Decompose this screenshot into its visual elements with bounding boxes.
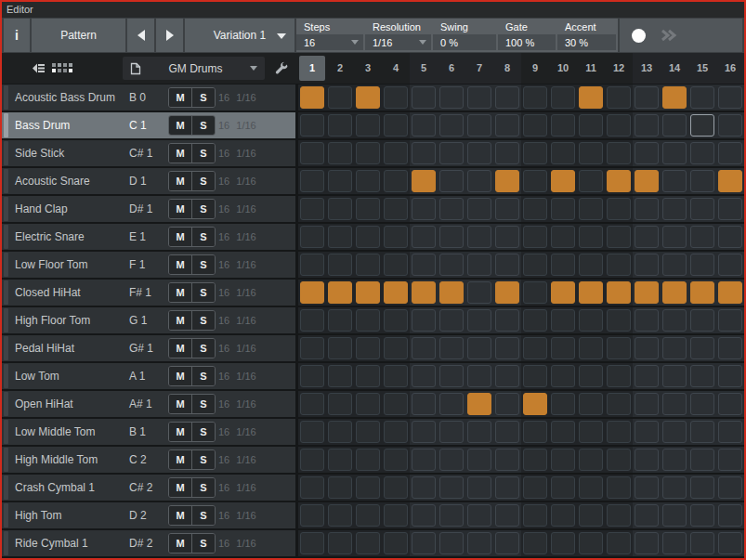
step-cell[interactable] — [300, 114, 324, 137]
step-cell[interactable] — [662, 170, 687, 192]
row-drag-handle[interactable] — [4, 336, 8, 360]
step-cell[interactable] — [495, 86, 519, 109]
step-cell[interactable] — [690, 114, 714, 137]
step-cell[interactable] — [635, 114, 659, 137]
step-cell[interactable] — [356, 449, 380, 471]
step-cell[interactable] — [718, 114, 742, 137]
step-cell[interactable] — [690, 421, 714, 443]
mute-button[interactable]: M — [169, 228, 192, 246]
step-cell[interactable] — [412, 309, 436, 332]
step-cell[interactable] — [495, 142, 519, 164]
mute-button[interactable]: M — [169, 506, 192, 525]
step-cell[interactable] — [579, 449, 603, 471]
step-cell[interactable] — [439, 226, 464, 248]
row-drag-handle[interactable] — [4, 169, 8, 193]
next-variation-button[interactable] — [156, 19, 183, 52]
step-cell[interactable] — [523, 309, 547, 332]
step-cell[interactable] — [300, 393, 324, 415]
drum-row-header[interactable]: Bass Drum C 1 M S 16 1/16 — [2, 112, 295, 138]
step-cell[interactable] — [579, 86, 603, 109]
step-cell[interactable] — [551, 309, 575, 332]
step-cell[interactable] — [579, 170, 603, 192]
step-cell[interactable] — [551, 170, 575, 192]
step-cell[interactable] — [384, 254, 408, 276]
drum-row-header[interactable]: Crash Cymbal 1 C# 2 M S 16 1/16 — [2, 475, 295, 501]
step-cell[interactable] — [412, 254, 436, 276]
step-cell[interactable] — [356, 86, 380, 109]
step-cell[interactable] — [662, 114, 687, 137]
step-cell[interactable] — [328, 532, 352, 554]
step-cell[interactable] — [579, 142, 603, 164]
step-cell[interactable] — [356, 393, 380, 415]
step-cell[interactable] — [439, 393, 464, 415]
row-resolution-value[interactable]: 1/16 — [228, 363, 265, 389]
step-cell[interactable] — [690, 393, 714, 415]
step-cell[interactable] — [356, 476, 380, 499]
step-cell[interactable] — [328, 421, 352, 443]
step-cell[interactable] — [551, 142, 575, 164]
step-cell[interactable] — [607, 337, 631, 359]
step-cell[interactable] — [439, 337, 464, 359]
row-resolution-value[interactable]: 1/16 — [228, 168, 265, 194]
step-cell[interactable] — [467, 114, 491, 137]
step-cell[interactable] — [551, 365, 575, 387]
step-cell[interactable] — [412, 114, 436, 137]
step-cell[interactable] — [439, 86, 464, 109]
mute-button[interactable]: M — [169, 478, 192, 497]
step-cell[interactable] — [635, 170, 659, 192]
step-cell[interactable] — [495, 393, 519, 415]
drum-row-header[interactable]: Acoustic Bass Drum B 0 M S 16 1/16 — [2, 85, 295, 111]
step-cell[interactable] — [328, 309, 352, 332]
drum-row-header[interactable]: Electric Snare E 1 M S 16 1/16 — [2, 224, 295, 250]
step-cell[interactable] — [356, 170, 380, 192]
step-cell[interactable] — [495, 114, 519, 137]
step-cell[interactable] — [328, 254, 352, 276]
row-drag-handle[interactable] — [4, 280, 8, 305]
step-cell[interactable] — [662, 365, 687, 387]
step-cell[interactable] — [662, 337, 687, 359]
step-cell[interactable] — [662, 421, 687, 443]
step-cell[interactable] — [384, 86, 408, 109]
step-cell[interactable] — [690, 170, 714, 192]
step-cell[interactable] — [467, 226, 491, 248]
step-cell[interactable] — [523, 281, 547, 304]
step-cell[interactable] — [551, 254, 575, 276]
step-cell[interactable] — [690, 86, 714, 109]
row-resolution-value[interactable]: 1/16 — [228, 419, 265, 445]
step-cell[interactable] — [579, 476, 603, 499]
step-cell[interactable] — [356, 532, 380, 554]
step-cell[interactable] — [662, 449, 687, 471]
step-cell[interactable] — [384, 504, 408, 527]
step-cell[interactable] — [523, 393, 547, 415]
drum-row-header[interactable]: Low Middle Tom B 1 M S 16 1/16 — [2, 419, 295, 445]
step-cell[interactable] — [607, 365, 631, 387]
step-cell[interactable] — [718, 198, 742, 220]
drum-row-header[interactable]: High Tom D 2 M S 16 1/16 — [2, 502, 295, 528]
step-cell[interactable] — [607, 226, 631, 248]
step-cell[interactable] — [635, 504, 659, 527]
step-cell[interactable] — [328, 226, 352, 248]
mute-button[interactable]: M — [169, 450, 192, 469]
step-cell[interactable] — [300, 421, 324, 443]
step-cell[interactable] — [300, 532, 324, 554]
step-cell[interactable] — [607, 504, 631, 527]
step-cell[interactable] — [300, 226, 324, 248]
note-layers-icon[interactable] — [32, 53, 46, 84]
step-cell[interactable] — [635, 226, 659, 248]
step-cell[interactable] — [690, 449, 714, 471]
mute-button[interactable]: M — [169, 395, 192, 413]
step-cell[interactable] — [662, 86, 687, 109]
step-cell[interactable] — [467, 281, 491, 304]
step-cell[interactable] — [718, 365, 742, 387]
step-cell[interactable] — [690, 309, 714, 332]
step-cell[interactable] — [607, 170, 631, 192]
step-cell[interactable] — [412, 142, 436, 164]
row-drag-handle[interactable] — [4, 392, 8, 416]
mute-button[interactable]: M — [169, 311, 192, 330]
row-drag-handle[interactable] — [4, 85, 8, 110]
step-cell[interactable] — [384, 421, 408, 443]
step-cell[interactable] — [467, 532, 491, 554]
step-cell[interactable] — [356, 254, 380, 276]
step-cell[interactable] — [328, 86, 352, 109]
step-cell[interactable] — [356, 198, 380, 220]
